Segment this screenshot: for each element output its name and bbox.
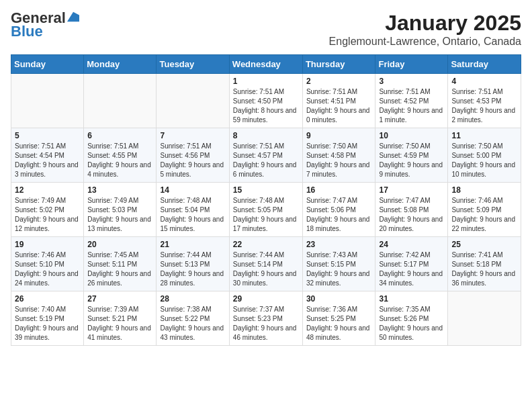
calendar-cell: 30Sunrise: 7:36 AMSunset: 5:25 PMDayligh… (302, 291, 375, 346)
calendar-cell: 14Sunrise: 7:48 AMSunset: 5:04 PMDayligh… (157, 183, 229, 237)
calendar-week-3: 19Sunrise: 7:46 AMSunset: 5:10 PMDayligh… (11, 237, 521, 291)
page-subtitle: Englemount-Lawrence, Ontario, Canada (329, 36, 521, 48)
calendar-week-0: 1Sunrise: 7:51 AMSunset: 4:50 PMDaylight… (11, 74, 521, 128)
calendar-cell: 22Sunrise: 7:44 AMSunset: 5:14 PMDayligh… (229, 237, 302, 291)
day-number: 26 (15, 294, 80, 304)
calendar-cell (157, 74, 229, 128)
day-info: Sunrise: 7:51 AMSunset: 4:54 PMDaylight:… (15, 142, 80, 179)
day-info: Sunrise: 7:51 AMSunset: 4:51 PMDaylight:… (306, 87, 372, 125)
calendar-cell: 23Sunrise: 7:43 AMSunset: 5:15 PMDayligh… (302, 237, 375, 291)
calendar-cell (448, 291, 521, 346)
calendar-cell: 13Sunrise: 7:49 AMSunset: 5:03 PMDayligh… (84, 183, 157, 237)
logo: General Blue (11, 11, 79, 40)
svg-marker-0 (67, 12, 79, 21)
calendar-cell: 24Sunrise: 7:42 AMSunset: 5:17 PMDayligh… (375, 237, 448, 291)
day-info: Sunrise: 7:51 AMSunset: 4:52 PMDaylight:… (379, 87, 444, 125)
calendar-cell: 25Sunrise: 7:41 AMSunset: 5:18 PMDayligh… (448, 237, 521, 291)
calendar-cell: 2Sunrise: 7:51 AMSunset: 4:51 PMDaylight… (302, 74, 375, 128)
day-number: 8 (233, 131, 299, 140)
calendar-cell: 15Sunrise: 7:48 AMSunset: 5:05 PMDayligh… (229, 183, 302, 237)
calendar-week-4: 26Sunrise: 7:40 AMSunset: 5:19 PMDayligh… (11, 291, 521, 346)
day-number: 6 (87, 131, 152, 140)
calendar-cell: 1Sunrise: 7:51 AMSunset: 4:50 PMDaylight… (229, 74, 302, 128)
day-number: 19 (15, 240, 80, 249)
day-number: 1 (233, 77, 299, 86)
day-number: 5 (15, 131, 80, 140)
day-info: Sunrise: 7:47 AMSunset: 5:08 PMDaylight:… (379, 196, 444, 234)
calendar-cell: 20Sunrise: 7:45 AMSunset: 5:11 PMDayligh… (84, 237, 157, 291)
day-number: 15 (233, 185, 299, 195)
calendar-cell: 3Sunrise: 7:51 AMSunset: 4:52 PMDaylight… (375, 74, 448, 128)
day-number: 22 (233, 240, 299, 249)
day-info: Sunrise: 7:51 AMSunset: 4:56 PMDaylight:… (160, 142, 225, 179)
calendar-cell (84, 74, 157, 128)
day-info: Sunrise: 7:35 AMSunset: 5:26 PMDaylight:… (379, 305, 444, 342)
calendar-cell: 7Sunrise: 7:51 AMSunset: 4:56 PMDaylight… (157, 128, 229, 183)
day-info: Sunrise: 7:44 AMSunset: 5:14 PMDaylight:… (233, 250, 299, 288)
day-number: 23 (306, 240, 372, 249)
day-info: Sunrise: 7:51 AMSunset: 4:55 PMDaylight:… (87, 142, 152, 179)
calendar-weekday-monday: Monday (84, 55, 157, 74)
calendar-week-2: 12Sunrise: 7:49 AMSunset: 5:02 PMDayligh… (11, 183, 521, 237)
calendar-cell: 8Sunrise: 7:51 AMSunset: 4:57 PMDaylight… (229, 128, 302, 183)
day-info: Sunrise: 7:46 AMSunset: 5:09 PMDaylight:… (451, 196, 517, 234)
day-info: Sunrise: 7:46 AMSunset: 5:10 PMDaylight:… (15, 250, 80, 288)
day-info: Sunrise: 7:48 AMSunset: 5:04 PMDaylight:… (160, 196, 225, 234)
day-number: 7 (160, 131, 225, 140)
page-title: January 2025 (329, 11, 521, 36)
day-number: 4 (451, 77, 517, 86)
calendar-weekday-saturday: Saturday (448, 55, 521, 74)
day-info: Sunrise: 7:43 AMSunset: 5:15 PMDaylight:… (306, 250, 372, 288)
day-number: 28 (160, 294, 225, 304)
calendar-cell: 5Sunrise: 7:51 AMSunset: 4:54 PMDaylight… (11, 128, 84, 183)
day-info: Sunrise: 7:50 AMSunset: 4:59 PMDaylight:… (379, 142, 444, 179)
calendar-weekday-sunday: Sunday (11, 55, 84, 74)
day-number: 3 (379, 77, 444, 86)
calendar-cell: 6Sunrise: 7:51 AMSunset: 4:55 PMDaylight… (84, 128, 157, 183)
day-info: Sunrise: 7:51 AMSunset: 4:53 PMDaylight:… (451, 87, 517, 125)
calendar-cell: 10Sunrise: 7:50 AMSunset: 4:59 PMDayligh… (375, 128, 448, 183)
calendar-cell: 12Sunrise: 7:49 AMSunset: 5:02 PMDayligh… (11, 183, 84, 237)
calendar-cell: 19Sunrise: 7:46 AMSunset: 5:10 PMDayligh… (11, 237, 84, 291)
day-number: 12 (15, 185, 80, 195)
calendar-cell: 18Sunrise: 7:46 AMSunset: 5:09 PMDayligh… (448, 183, 521, 237)
calendar-cell: 29Sunrise: 7:37 AMSunset: 5:23 PMDayligh… (229, 291, 302, 346)
day-info: Sunrise: 7:41 AMSunset: 5:18 PMDaylight:… (451, 250, 517, 288)
calendar-cell: 26Sunrise: 7:40 AMSunset: 5:19 PMDayligh… (11, 291, 84, 346)
calendar-weekday-thursday: Thursday (302, 55, 375, 74)
logo-blue-text: Blue (11, 23, 43, 40)
day-info: Sunrise: 7:49 AMSunset: 5:02 PMDaylight:… (15, 196, 80, 234)
day-info: Sunrise: 7:45 AMSunset: 5:11 PMDaylight:… (87, 250, 152, 288)
day-number: 29 (233, 294, 299, 304)
calendar-cell: 21Sunrise: 7:44 AMSunset: 5:13 PMDayligh… (157, 237, 229, 291)
day-number: 10 (379, 131, 444, 140)
calendar-cell: 16Sunrise: 7:47 AMSunset: 5:06 PMDayligh… (302, 183, 375, 237)
day-number: 24 (379, 240, 444, 249)
day-number: 18 (451, 185, 517, 195)
calendar-weekday-tuesday: Tuesday (157, 55, 229, 74)
day-info: Sunrise: 7:39 AMSunset: 5:21 PMDaylight:… (87, 305, 152, 342)
day-info: Sunrise: 7:47 AMSunset: 5:06 PMDaylight:… (306, 196, 372, 234)
calendar-cell: 4Sunrise: 7:51 AMSunset: 4:53 PMDaylight… (448, 74, 521, 128)
day-info: Sunrise: 7:44 AMSunset: 5:13 PMDaylight:… (160, 250, 225, 288)
calendar-cell: 27Sunrise: 7:39 AMSunset: 5:21 PMDayligh… (84, 291, 157, 346)
page-header: General Blue January 2025 Englemount-Law… (11, 11, 521, 48)
day-number: 17 (379, 185, 444, 195)
day-info: Sunrise: 7:48 AMSunset: 5:05 PMDaylight:… (233, 196, 299, 234)
day-info: Sunrise: 7:38 AMSunset: 5:22 PMDaylight:… (160, 305, 225, 342)
day-number: 21 (160, 240, 225, 249)
day-number: 14 (160, 185, 225, 195)
day-number: 25 (451, 240, 517, 249)
day-number: 13 (87, 185, 152, 195)
calendar-cell (11, 74, 84, 128)
day-info: Sunrise: 7:40 AMSunset: 5:19 PMDaylight:… (15, 305, 80, 342)
day-number: 16 (306, 185, 372, 195)
day-number: 2 (306, 77, 372, 86)
day-info: Sunrise: 7:49 AMSunset: 5:03 PMDaylight:… (87, 196, 152, 234)
calendar-cell: 28Sunrise: 7:38 AMSunset: 5:22 PMDayligh… (157, 291, 229, 346)
title-block: January 2025 Englemount-Lawrence, Ontari… (329, 11, 521, 48)
calendar-cell: 17Sunrise: 7:47 AMSunset: 5:08 PMDayligh… (375, 183, 448, 237)
day-number: 27 (87, 294, 152, 304)
calendar-header-row: SundayMondayTuesdayWednesdayThursdayFrid… (11, 55, 521, 74)
calendar-weekday-wednesday: Wednesday (229, 55, 302, 74)
